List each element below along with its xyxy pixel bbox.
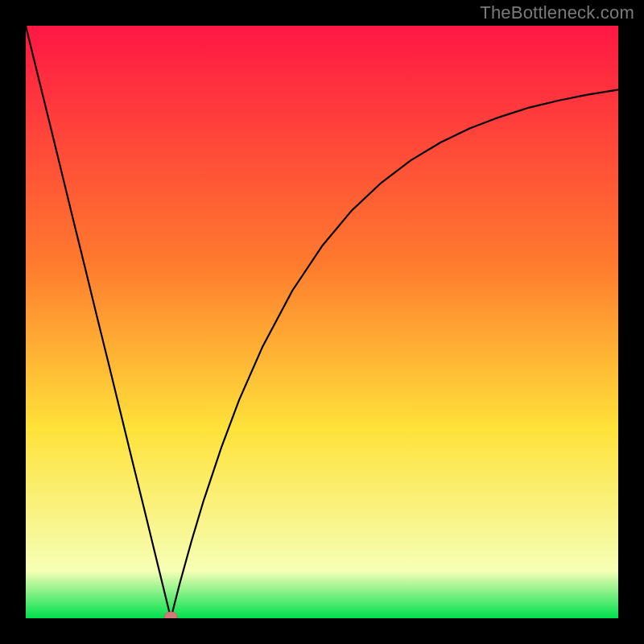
watermark-text: TheBottleneck.com [480,2,634,23]
chart-frame: TheBottleneck.com [0,0,644,644]
optimal-point-marker [164,612,177,618]
plot-area [26,26,618,618]
gradient-background [26,26,618,618]
plot-svg [26,26,618,618]
